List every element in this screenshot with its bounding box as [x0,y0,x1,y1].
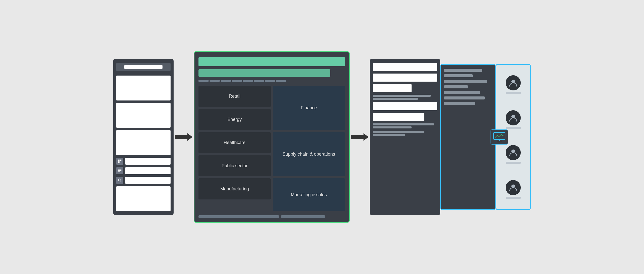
sidebar-search-row [116,177,171,184]
sidebar-icon-2 [116,167,123,174]
panel-2-footer [198,215,345,218]
desc-dot-7 [265,80,275,82]
panel-3-text-1 [373,95,437,100]
svg-rect-5 [118,171,120,172]
desc-dot-5 [243,80,253,82]
sidebar-item-bar-2 [116,103,171,128]
user-label-3 [506,162,521,164]
search-icon [116,177,123,184]
panel-4-detail [440,64,496,210]
text-line-6 [373,134,405,136]
panel-2-subtitle-bar [198,69,330,77]
user-item-2 [506,110,521,129]
user-avatar-1 [506,75,521,90]
svg-marker-8 [175,133,192,141]
panel-3-bar-1 [373,63,437,71]
svg-rect-0 [118,159,120,161]
user-item-4 [506,180,521,199]
panel-3-bar-3 [373,84,412,92]
panel-3-bar-5 [373,113,424,121]
svg-point-6 [118,179,120,181]
arrow-1 [174,132,194,142]
panel-4-header-3 [444,80,487,83]
desc-dot-8 [276,80,286,82]
chart-monitor-icon [491,129,508,145]
user-item-3 [506,145,521,164]
panel-3-text-2 [373,123,437,128]
panel-1-sidebar [113,59,174,215]
panel-2-industry: Retail Finance Energy Healthcare Supply … [194,51,350,223]
text-line-5 [373,131,424,133]
sidebar-item-bar-3 [116,130,171,155]
text-line-1 [373,95,431,97]
text-line-4 [373,126,412,128]
desc-dot-1 [198,80,209,82]
text-line-3 [373,123,434,125]
text-line-2 [373,98,418,100]
industry-manufacturing[interactable]: Manufacturing [198,178,271,199]
panel-4-header-2 [444,74,473,77]
panel-2-wrapper: Retail Finance Energy Healthcare Supply … [194,51,350,223]
svg-marker-9 [351,133,369,141]
panel-3-results [370,59,440,215]
industry-finance[interactable]: Finance [273,86,345,130]
industry-marketing-sales[interactable]: Marketing & sales [273,178,345,211]
sidebar-icon-bar-2 [125,167,171,174]
sidebar-icon-row-2 [116,167,171,174]
sidebar-item-bar-1 [116,76,171,100]
industries-grid: Retail Finance Energy Healthcare Supply … [198,86,345,211]
search-bar [125,177,171,184]
svg-rect-4 [118,169,122,170]
sidebar-icon-bar-1 [125,158,171,165]
panel-3-bar-2 [373,74,437,82]
desc-dot-2 [210,80,220,82]
user-avatar-4 [506,180,521,195]
svg-line-7 [120,181,121,182]
panel-1-header-bar [124,65,162,69]
footer-bar-2 [281,215,325,218]
panel-2-description [198,80,345,82]
industry-healthcare[interactable]: Healthcare [198,132,271,153]
industry-energy[interactable]: Energy [198,109,271,130]
user-avatar-3 [506,145,521,160]
panel-4-header-7 [444,102,475,105]
svg-rect-3 [118,170,122,171]
sidebar-icon-row-1 [116,158,171,165]
main-diagram: Retail Finance Energy Healthcare Supply … [20,24,624,250]
user-item-1 [506,75,521,94]
panel-4-header-4 [444,85,468,88]
panel-2-title-bar [198,57,345,66]
user-label-1 [506,92,521,94]
user-avatar-2 [506,110,521,125]
panel-4-header-5 [444,91,480,94]
svg-rect-2 [118,161,120,163]
desc-dot-6 [254,80,264,82]
user-label-4 [506,197,521,199]
panel-4-area [440,64,496,210]
panel-3-bar-4 [373,102,437,110]
panel-4-header-6 [444,96,485,99]
arrow-2 [350,132,370,142]
desc-dot-3 [221,80,231,82]
footer-bar-1 [198,215,279,218]
sidebar-icon-1 [116,158,123,165]
industry-retail[interactable]: Retail [198,86,271,107]
svg-rect-1 [120,159,122,161]
desc-dot-4 [232,80,242,82]
panel-1-header [116,63,171,71]
industry-supply-chain[interactable]: Supply chain & operations [273,132,345,177]
panel-3-text-3 [373,131,437,136]
industry-public-sector[interactable]: Public sector [198,155,271,176]
panel-4-header-1 [444,69,482,72]
sidebar-item-bar-4 [116,186,171,211]
user-label-2 [506,127,521,129]
